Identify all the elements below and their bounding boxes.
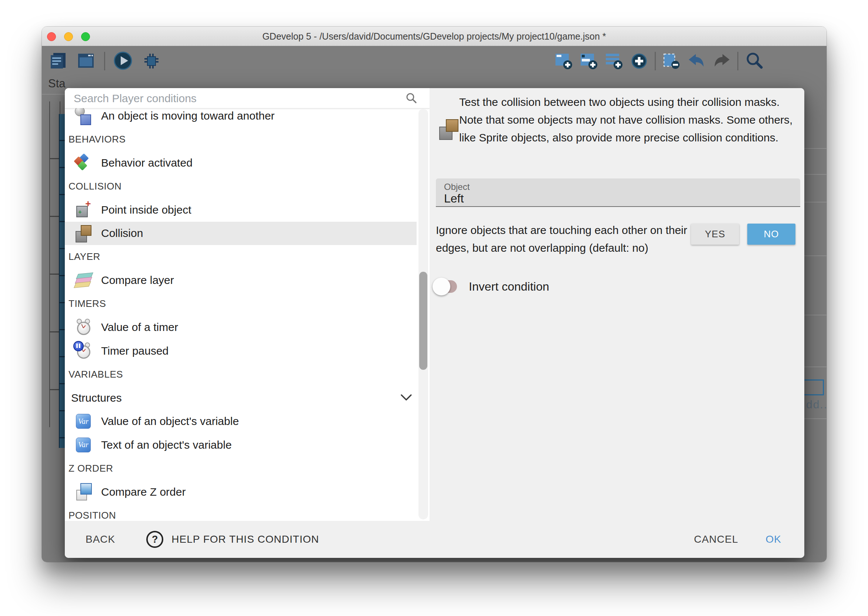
- group-row-structures[interactable]: Structures: [65, 386, 423, 410]
- condition-item-iconbox: [72, 152, 94, 173]
- timer-icon: [73, 317, 94, 338]
- condition-item-label: Point inside object: [101, 204, 192, 216]
- collision-icon: [73, 223, 94, 244]
- behavior-icon: [73, 152, 94, 173]
- condition-item-iconbox: Var: [72, 414, 94, 429]
- condition-item-timer-paused[interactable]: Timer paused: [65, 339, 417, 363]
- search-bar: [65, 88, 429, 108]
- undo-icon[interactable]: [687, 52, 706, 71]
- list-scrollbar-track[interactable]: [418, 109, 428, 519]
- titlebar: GDevelop 5 - /Users/david/Documents/GDev…: [42, 27, 827, 46]
- add-sub-event-icon[interactable]: [554, 52, 573, 71]
- condition-item-text-of-an-object-s-variable[interactable]: VarText of an object's variable: [65, 433, 417, 457]
- condition-item-behavior-activated[interactable]: Behavior activated: [65, 151, 417, 175]
- section-header-position: POSITION: [65, 504, 420, 521]
- condition-dialog: An object is moving toward anotherBEHAVI…: [65, 88, 804, 558]
- project-manager-icon[interactable]: [48, 51, 69, 71]
- preview-play-icon[interactable]: [113, 51, 133, 71]
- add-comment-icon[interactable]: [579, 52, 598, 71]
- condition-item-iconbox: [72, 341, 94, 361]
- conditions-list: An object is moving toward anotherBEHAVI…: [65, 108, 429, 521]
- conditions-list-content: An object is moving toward anotherBEHAVI…: [65, 108, 429, 521]
- toolbar-separator: [104, 52, 105, 70]
- timer-paused-icon: [73, 341, 94, 361]
- help-button[interactable]: HELP FOR THIS CONDITION: [146, 531, 319, 548]
- event-row-divider: [804, 418, 827, 419]
- condition-item-iconbox: Var: [72, 438, 94, 453]
- scene-tab-label[interactable]: Sta: [48, 77, 66, 90]
- compare-layer-icon: [73, 270, 94, 291]
- section-header-variables: VARIABLES: [65, 363, 420, 387]
- debugger-icon[interactable]: [141, 51, 162, 71]
- list-scrollbar-thumb[interactable]: [419, 272, 427, 370]
- section-header-z-order: Z ORDER: [65, 457, 420, 481]
- condition-item-iconbox: [72, 108, 94, 126]
- condition-item-value-of-a-timer[interactable]: Value of a timer: [65, 316, 417, 339]
- condition-item-compare-layer[interactable]: Compare layer: [65, 269, 417, 292]
- toolbar-left-group: [48, 51, 162, 71]
- condition-item-label: An object is moving toward another: [101, 110, 275, 122]
- tab-underline: [42, 94, 66, 94]
- invert-condition-toggle[interactable]: [436, 280, 457, 293]
- cancel-button[interactable]: CANCEL: [692, 533, 741, 546]
- condition-item-label: Compare Z order: [101, 486, 186, 498]
- point-inside-object-icon: [73, 200, 94, 220]
- invert-condition-row: Invert condition: [429, 275, 804, 298]
- toggle-knob[interactable]: [432, 278, 450, 295]
- condition-item-label: Value of a timer: [101, 321, 178, 333]
- toolbar-separator: [655, 52, 656, 70]
- search-icon: [406, 93, 417, 104]
- section-header-collision: COLLISION: [65, 175, 420, 198]
- condition-item-collision[interactable]: Collision: [65, 222, 417, 245]
- delete-event-icon[interactable]: [662, 52, 681, 71]
- add-new-event-icon[interactable]: [629, 52, 649, 71]
- group-label: Structures: [71, 392, 122, 404]
- redo-icon[interactable]: [712, 52, 731, 71]
- toolbar: [48, 48, 821, 74]
- invert-condition-label: Invert condition: [469, 275, 549, 298]
- event-row-divider: [804, 174, 827, 175]
- selected-event-outline: [803, 379, 824, 395]
- editors-window-icon[interactable]: [76, 51, 97, 71]
- condition-item-value-of-an-object-s-variable[interactable]: VarValue of an object's variable: [65, 410, 417, 434]
- search-events-icon[interactable]: [744, 51, 765, 71]
- variable-icon-text: Var: [78, 440, 88, 449]
- condition-item-an-object-is-moving-toward-another[interactable]: An object is moving toward another: [65, 108, 417, 128]
- variable-icon: Var: [76, 414, 91, 429]
- condition-detail-panel: Test the collision between two objects u…: [429, 88, 804, 521]
- toolbar-right-group: [554, 51, 765, 71]
- condition-item-iconbox: [72, 200, 94, 220]
- condition-item-iconbox: [72, 482, 94, 502]
- help-button-label: HELP FOR THIS CONDITION: [171, 533, 319, 545]
- conditions-panel: An object is moving toward anotherBEHAVI…: [65, 88, 429, 521]
- section-header-label: TIMERS: [69, 298, 106, 310]
- condition-item-point-inside-object[interactable]: Point inside object: [65, 198, 417, 222]
- search-input[interactable]: [73, 90, 396, 107]
- condition-item-label: Timer paused: [101, 345, 168, 357]
- no-button[interactable]: NO: [747, 223, 796, 245]
- app-window: GDevelop 5 - /Users/david/Documents/GDev…: [42, 27, 827, 562]
- dialog-footer: BACK HELP FOR THIS CONDITION CANCEL OK: [65, 521, 804, 558]
- condition-item-compare-z-order[interactable]: Compare Z order: [65, 480, 417, 504]
- event-row-divider: [804, 148, 827, 149]
- section-header-label: BEHAVIORS: [69, 134, 126, 145]
- condition-item-label: Compare layer: [101, 274, 174, 286]
- chevron-down-icon: [400, 393, 412, 402]
- object-moving-toward-icon: [73, 108, 94, 126]
- ok-button[interactable]: OK: [764, 533, 783, 546]
- event-row-divider: [804, 202, 827, 203]
- event-row-divider: [804, 255, 827, 256]
- section-header-behaviors: BEHAVIORS: [65, 128, 420, 151]
- section-header-label: LAYER: [69, 251, 101, 262]
- variable-icon: Var: [76, 438, 91, 453]
- back-button[interactable]: BACK: [83, 533, 117, 546]
- yes-button[interactable]: YES: [691, 223, 739, 245]
- object-field[interactable]: Object Left: [436, 178, 800, 207]
- screenshot-stage: GDevelop 5 - /Users/david/Documents/GDev…: [0, 0, 868, 616]
- ignore-edges-label: Ignore objects that are touching each ot…: [436, 222, 699, 257]
- condition-item-iconbox: [72, 270, 94, 291]
- section-header-layer: LAYER: [65, 245, 420, 269]
- condition-item-label: Collision: [101, 227, 143, 239]
- add-standard-event-icon[interactable]: [604, 52, 624, 71]
- add-action-link[interactable]: dd...: [806, 398, 827, 411]
